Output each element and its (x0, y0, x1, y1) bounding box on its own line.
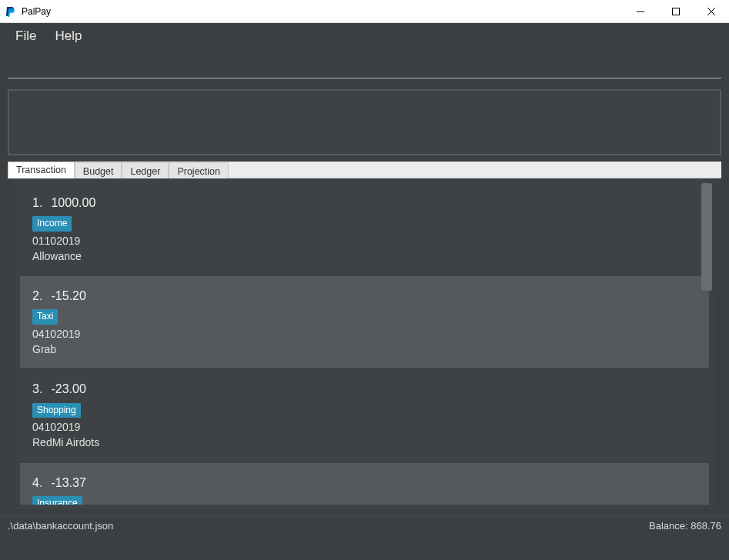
app-icon (5, 5, 17, 18)
list-item[interactable]: 1. 1000.00 Income 01102019 Allowance (20, 183, 709, 275)
item-date: 04102019 (32, 326, 697, 342)
maximize-button[interactable] (658, 0, 694, 22)
item-date: 04102019 (32, 419, 697, 435)
tab-transaction[interactable]: Transaction (8, 162, 75, 178)
transaction-list: 1. 1000.00 Income 01102019 Allowance 2. … (20, 183, 709, 505)
status-balance: Balance: 868.76 (649, 520, 721, 532)
app-body: File Help Transaction Budget Ledger Proj… (0, 23, 729, 560)
tab-spacer (229, 162, 721, 178)
tabs-container: Transaction Budget Ledger Projection 1. … (8, 162, 721, 515)
titlebar: PalPay (0, 0, 729, 23)
tab-projection[interactable]: Projection (169, 162, 229, 179)
item-index: 1. (32, 194, 48, 212)
content-panel: 1. 1000.00 Income 01102019 Allowance 2. … (15, 178, 714, 509)
scrollbar[interactable] (701, 183, 712, 291)
item-amount: 1000.00 (51, 196, 95, 209)
item-tag: Shopping (32, 403, 81, 418)
window-title: PalPay (22, 6, 623, 17)
svg-rect-1 (673, 8, 680, 15)
item-description: RedMi Airdots (32, 435, 697, 450)
item-amount: -23.00 (51, 382, 85, 395)
menu-help[interactable]: Help (47, 25, 89, 47)
tab-budget[interactable]: Budget (75, 162, 122, 179)
item-index: 4. (32, 474, 48, 492)
window-controls (623, 0, 729, 22)
item-tag: Income (32, 216, 72, 231)
menu-file[interactable]: File (8, 25, 44, 47)
list-item[interactable]: 3. -23.00 Shopping 04102019 RedMi Airdot… (20, 369, 709, 461)
output-box (8, 89, 721, 155)
item-tag: Insurance (32, 496, 82, 505)
item-tag: Taxi (32, 309, 58, 324)
command-area (0, 49, 729, 85)
item-amount: -15.20 (51, 289, 85, 302)
status-path: .\data\bankaccount.json (8, 520, 113, 532)
item-date: 01102019 (32, 233, 697, 248)
item-description: Grab (32, 342, 697, 357)
close-button[interactable] (694, 0, 729, 22)
command-input[interactable] (8, 52, 721, 78)
tab-ledger[interactable]: Ledger (122, 162, 169, 179)
statusbar: .\data\bankaccount.json Balance: 868.76 (0, 515, 729, 535)
item-index: 3. (32, 380, 48, 398)
item-amount: -13.37 (51, 476, 85, 489)
list-item[interactable]: 2. -15.20 Taxi 04102019 Grab (20, 276, 709, 368)
list-item[interactable]: 4. -13.37 Insurance 10102019 Aviva (20, 463, 709, 505)
menubar: File Help (0, 23, 729, 49)
minimize-button[interactable] (623, 0, 658, 22)
tab-row: Transaction Budget Ledger Projection (8, 162, 721, 178)
item-index: 2. (32, 287, 48, 305)
item-description: Allowance (32, 248, 697, 264)
